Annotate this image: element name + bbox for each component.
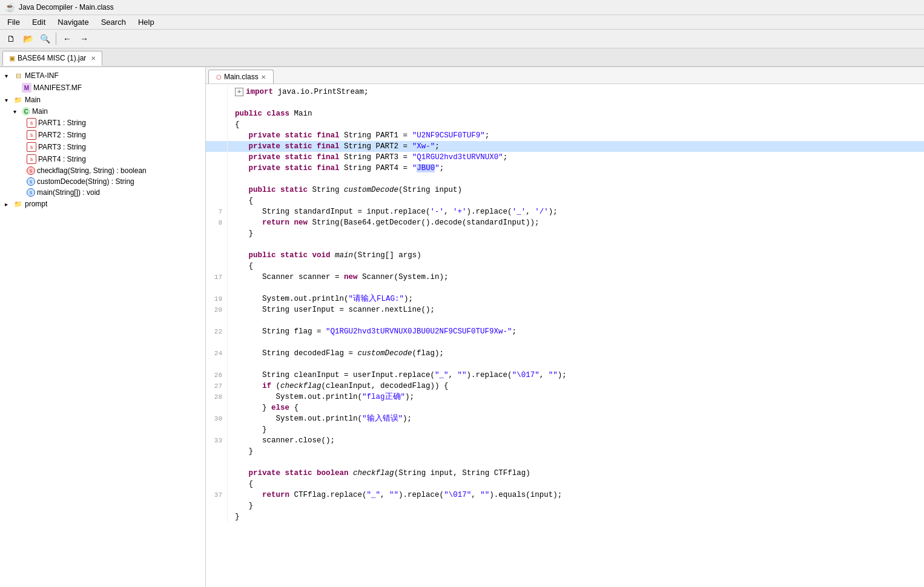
tree-label-checkflag: checkflag(String, String) : boolean [37, 166, 147, 175]
toolbar-search-button[interactable]: 🔍 [38, 31, 52, 46]
line-content-class: public class Main [228, 108, 312, 119]
code-line-close-else: } [206, 424, 924, 435]
tree-item-customdecode[interactable]: s customDecode(String) : String [0, 176, 205, 187]
menu-file[interactable]: File [2, 16, 25, 28]
tree-item-checkflag[interactable]: s checkflag(String, String) : boolean [0, 165, 205, 176]
left-panel: ▾ ⊟ META-INF M MANIFEST.MF ▾ 📁 Main ▾ C … [0, 67, 206, 587]
line-num-import [206, 87, 228, 97]
line-num-blank4 [206, 283, 228, 294]
code-line-33: 33 scanner.close(); [206, 435, 924, 446]
line-num-17: 17 [206, 272, 228, 283]
line-content-part2: private static final String PART2 = "Xw-… [228, 141, 440, 152]
tree-item-part3[interactable]: s PART3 : String [0, 141, 205, 153]
line-content-cd-sig: public static String customDecode(String… [228, 185, 462, 195]
code-line-blank6 [206, 337, 924, 348]
line-num-cf-close [206, 500, 228, 511]
line-content-8: return new String(Base64.getDecoder().de… [228, 217, 540, 228]
code-line-cf-sig: private static boolean checkflag(String … [206, 468, 924, 479]
line-content-close-else: } [228, 424, 267, 435]
tree-item-part4[interactable]: s PART4 : String [0, 153, 205, 165]
tree-item-manifest[interactable]: M MANIFEST.MF [0, 82, 205, 94]
tree-item-part2[interactable]: s PART2 : String [0, 129, 205, 141]
line-content-cd-close: } [228, 228, 253, 239]
code-line-open-brace: { [206, 119, 924, 130]
method-icon-customdecode: s [27, 177, 35, 186]
folder-icon-prompt: 📁 [13, 199, 23, 209]
tree-item-prompt[interactable]: ▸ 📁 prompt [0, 198, 205, 210]
code-line-cd-sig: public static String customDecode(String… [206, 185, 924, 195]
code-line-37: 37 return CTFflag.replace("_", "").repla… [206, 490, 924, 500]
code-line-7: 7 String standardInput = input.replace('… [206, 206, 924, 217]
line-content-26: String cleanInput = userInput.replace("_… [228, 370, 567, 381]
line-content-else: } else { [228, 402, 299, 413]
arrow-meta-inf: ▾ [5, 73, 13, 79]
code-line-blank7 [206, 359, 924, 370]
tree-item-meta-inf[interactable]: ▾ ⊟ META-INF [0, 70, 205, 82]
window-title: Java Decompiler - Main.class [19, 3, 114, 11]
line-content-main-close: } [228, 446, 253, 457]
code-line-import: +import java.io.PrintStream; [206, 87, 924, 97]
code-line-cd-close: } [206, 228, 924, 239]
method-icon-main: s [27, 188, 35, 197]
line-content-cd-open: { [228, 195, 253, 206]
toolbar-back-button[interactable]: ← [60, 31, 74, 46]
tree-label-part4: PART4 : String [38, 155, 86, 163]
folder-icon-main: 📁 [13, 95, 23, 105]
line-content-cf-open: { [228, 479, 253, 490]
tree-item-main-method[interactable]: s main(String[]) : void [0, 187, 205, 198]
menu-search[interactable]: Search [96, 16, 131, 28]
toolbar-separator [56, 33, 56, 45]
tree-item-part1[interactable]: s PART1 : String [0, 117, 205, 129]
class-icon-main: C [22, 107, 30, 116]
code-line-blank4 [206, 283, 924, 294]
code-line-blank2 [206, 174, 924, 185]
line-num-37: 37 [206, 490, 228, 500]
line-content-open-brace: { [228, 119, 240, 130]
line-num-19: 19 [206, 294, 228, 304]
line-content-37: return CTFflag.replace("_", "").replace(… [228, 490, 562, 500]
line-num-blank5 [206, 315, 228, 326]
toolbar-open-button[interactable]: 📂 [21, 31, 35, 46]
expand-import[interactable]: + [235, 88, 243, 96]
line-num-22: 22 [206, 326, 228, 337]
file-tab-jar[interactable]: ▣ BASE64 MISC (1).jar ✕ [2, 51, 102, 66]
menu-bar: File Edit Navigate Search Help [0, 15, 924, 30]
jar-tab-close[interactable]: ✕ [91, 55, 96, 62]
line-num-blank7 [206, 359, 228, 370]
code-tab-main[interactable]: ⬡ Main.class ✕ [208, 70, 274, 84]
tree-item-main-class[interactable]: ▾ C Main [0, 106, 205, 117]
code-area[interactable]: +import java.io.PrintStream; public clas… [206, 84, 924, 587]
arrow-main-folder: ▾ [5, 97, 13, 103]
field-icon-part4: s [27, 154, 36, 164]
method-icon-checkflag: s [27, 166, 35, 175]
line-num-28: 28 [206, 392, 228, 402]
code-tab-label: Main.class [224, 73, 259, 81]
line-num-cf-open [206, 479, 228, 490]
line-num-open-brace [206, 119, 228, 130]
line-num-blank6 [206, 337, 228, 348]
line-content-blank7 [228, 359, 240, 370]
line-content-30: System.out.println("输入错误"); [228, 413, 412, 424]
line-content-blank8 [228, 457, 240, 468]
tree-item-main-folder[interactable]: ▾ 📁 Main [0, 94, 205, 106]
line-content-part1: private static final String PART1 = "U2N… [228, 130, 489, 141]
tree-label-part3: PART3 : String [38, 143, 86, 151]
line-num-8: 8 [206, 217, 228, 228]
app-icon: ☕ [5, 2, 15, 12]
field-icon-part3: s [27, 142, 36, 152]
code-tab-icon: ⬡ [216, 74, 222, 80]
code-line-part2: private static final String PART2 = "Xw-… [206, 141, 924, 152]
field-icon-part1: s [27, 118, 36, 128]
line-content-blank6 [228, 337, 240, 348]
code-line-part4: private static final String PART4 = "JBU… [206, 163, 924, 174]
jar-tab-icon: ▣ [9, 54, 15, 62]
menu-navigate[interactable]: Navigate [53, 16, 93, 28]
code-line-blank8 [206, 457, 924, 468]
menu-edit[interactable]: Edit [27, 16, 50, 28]
toolbar-forward-button[interactable]: → [77, 31, 91, 46]
code-tab-close[interactable]: ✕ [261, 74, 266, 80]
menu-help[interactable]: Help [133, 16, 159, 28]
code-line-cf-close: } [206, 500, 924, 511]
line-num-24: 24 [206, 348, 228, 359]
toolbar-new-button[interactable]: 🗋 [4, 31, 18, 46]
